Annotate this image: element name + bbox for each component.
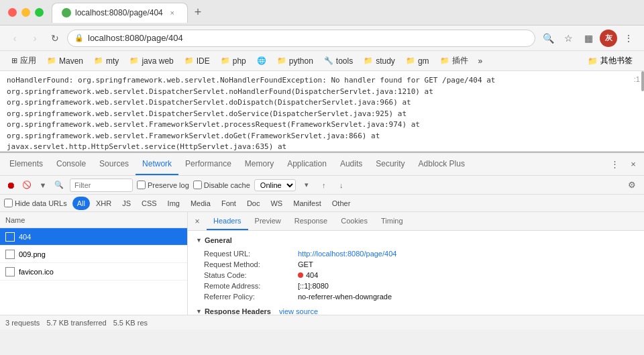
- bookmark-item-tools[interactable]: 🔧 tools: [319, 55, 358, 67]
- new-tab-button[interactable]: +: [188, 3, 209, 22]
- detail-tab-cookies[interactable]: Cookies: [334, 212, 374, 230]
- bookmark-item-javaweb[interactable]: 📁 java web: [125, 55, 178, 67]
- network-row-009png[interactable]: 009.png: [0, 246, 187, 263]
- type-filter-js[interactable]: JS: [117, 197, 136, 210]
- forward-button[interactable]: ›: [27, 30, 43, 46]
- bookmark-label-maven: Maven: [59, 56, 83, 66]
- upload-throttle-icon[interactable]: ▾: [300, 179, 313, 192]
- line-number-indicator: :1: [634, 74, 640, 85]
- devtools-tab-audits[interactable]: Audits: [333, 153, 369, 175]
- bookmarks-other-button[interactable]: 📁 其他书签: [583, 54, 637, 68]
- devtools-more-icon-button[interactable]: ⋮: [606, 156, 623, 172]
- remote-address-key: Remote Address:: [204, 282, 298, 290]
- qr-icon-button[interactable]: ▦: [580, 30, 597, 47]
- detail-tabs-bar: × Headers Preview Response Cookies Timin…: [188, 212, 644, 231]
- type-filter-css[interactable]: CSS: [137, 197, 162, 210]
- address-text: localhost:8080/page/404: [88, 33, 183, 43]
- devtools-tab-console[interactable]: Console: [50, 153, 93, 175]
- throttle-select[interactable]: Online: [254, 179, 296, 191]
- bookmark-item-ide[interactable]: 📁 IDE: [180, 55, 215, 67]
- detail-tab-timing[interactable]: Timing: [374, 212, 410, 230]
- maximize-window-button[interactable]: [35, 8, 44, 17]
- devtools-close-icon-button[interactable]: ×: [625, 156, 641, 172]
- request-url-value[interactable]: http://localhost:8080/page/404: [298, 250, 396, 258]
- detail-tab-response[interactable]: Response: [288, 212, 335, 230]
- detail-close-button[interactable]: ×: [191, 215, 204, 228]
- preserve-log-checkbox-label[interactable]: Preserve log: [137, 181, 189, 189]
- back-button[interactable]: ‹: [7, 30, 23, 46]
- devtools-tab-adblock[interactable]: Adblock Plus: [412, 153, 472, 175]
- devtools-status-bar: 3 requests 5.7 KB transferred 5.5 KB res: [0, 315, 644, 329]
- kb-transferred: 5.7 KB transferred: [46, 319, 106, 327]
- detail-tab-headers[interactable]: Headers: [207, 212, 248, 230]
- devtools-tab-performance[interactable]: Performance: [178, 153, 238, 175]
- reload-button[interactable]: ↻: [47, 30, 63, 46]
- bookmark-label-gm: gm: [418, 56, 429, 66]
- devtools-tab-security[interactable]: Security: [369, 153, 411, 175]
- more-options-icon-button[interactable]: ⋮: [620, 30, 637, 47]
- disable-cache-checkbox[interactable]: [193, 181, 202, 189]
- search-filter-button[interactable]: 🔍: [52, 179, 66, 192]
- bookmark-item-gm[interactable]: 📁 gm: [401, 55, 434, 67]
- folder-icon: 📁: [47, 56, 56, 65]
- devtools-filter-bar: ⏺ 🚫 ▼ 🔍 Preserve log Disable cache Onlin…: [0, 176, 644, 195]
- bookmarks-more-button[interactable]: »: [474, 55, 487, 67]
- address-bar[interactable]: 🔒 localhost:8080/page/404: [67, 30, 535, 47]
- devtools-tabs: Elements Console Sources Network Perform…: [3, 153, 606, 175]
- type-filter-ws[interactable]: WS: [266, 197, 287, 210]
- bookmark-item-maven[interactable]: 📁 Maven: [42, 55, 88, 67]
- filter-input[interactable]: [74, 181, 128, 189]
- record-button[interactable]: ⏺: [4, 179, 17, 192]
- folder-icon-gm: 📁: [406, 56, 415, 65]
- bookmark-item-plugins[interactable]: 📁 插件: [435, 54, 473, 68]
- devtools-tab-network[interactable]: Network: [136, 153, 178, 175]
- search-icon-button[interactable]: 🔍: [539, 30, 557, 47]
- bookmark-icon-button[interactable]: ☆: [559, 30, 577, 47]
- type-filter-font[interactable]: Font: [217, 197, 241, 210]
- active-tab[interactable]: localhost:8080/page/404 ×: [52, 3, 188, 23]
- devtools-tab-sources[interactable]: Sources: [93, 153, 136, 175]
- type-filter-other[interactable]: Other: [327, 197, 356, 210]
- filter-input-container[interactable]: [70, 179, 133, 192]
- bookmark-item-study[interactable]: 📁 study: [359, 55, 400, 67]
- type-filter-manifest[interactable]: Manifest: [288, 197, 326, 210]
- request-url-row: Request URL: http://localhost:8080/page/…: [196, 248, 636, 259]
- devtools-tab-elements[interactable]: Elements: [3, 153, 50, 175]
- export-icon-button[interactable]: ↓: [335, 179, 348, 192]
- bookmark-item-apps[interactable]: ⊞ 应用: [7, 54, 41, 68]
- view-source-link[interactable]: view source: [279, 307, 318, 315]
- clear-button[interactable]: 🚫: [20, 179, 34, 192]
- close-window-button[interactable]: [8, 8, 17, 17]
- devtools-tab-application[interactable]: Application: [280, 153, 333, 175]
- bookmark-item-python[interactable]: 📁 python: [272, 55, 318, 67]
- bookmark-item-php[interactable]: 📁 php: [216, 55, 251, 67]
- type-filter-all[interactable]: All: [72, 197, 90, 210]
- globe-icon: 🌐: [257, 56, 266, 65]
- stacktrace-line-6: org.springframework.web.servlet.Framewor…: [7, 131, 637, 152]
- type-filter-img[interactable]: Img: [163, 197, 184, 210]
- bookmark-label-study: study: [376, 56, 395, 66]
- tools-icon: 🔧: [324, 56, 333, 65]
- profile-button[interactable]: 灰: [600, 30, 617, 47]
- bookmark-item-globe[interactable]: 🌐: [252, 55, 271, 66]
- tab-close-button[interactable]: ×: [167, 7, 178, 18]
- tab-bar: localhost:8080/page/404 × +: [52, 3, 636, 23]
- import-icon-button[interactable]: ↑: [317, 179, 331, 192]
- devtools-tab-memory[interactable]: Memory: [238, 153, 280, 175]
- network-row-name-009png: 009.png: [19, 250, 182, 258]
- filter-toggle-button[interactable]: ▼: [36, 179, 50, 192]
- hide-data-urls-checkbox[interactable]: [4, 199, 13, 207]
- settings-icon-button[interactable]: ⚙: [624, 177, 640, 193]
- preserve-log-checkbox[interactable]: [137, 181, 146, 189]
- hide-data-urls-checkbox-label[interactable]: Hide data URLs: [4, 199, 67, 207]
- minimize-window-button[interactable]: [21, 8, 30, 17]
- response-headers-label: Response Headers: [205, 307, 271, 315]
- type-filter-xhr[interactable]: XHR: [91, 197, 116, 210]
- type-filter-media[interactable]: Media: [186, 197, 215, 210]
- type-filter-doc[interactable]: Doc: [242, 197, 265, 210]
- bookmark-item-mty[interactable]: 📁 mty: [89, 55, 123, 67]
- disable-cache-checkbox-label[interactable]: Disable cache: [193, 181, 250, 189]
- detail-tab-preview[interactable]: Preview: [248, 212, 288, 230]
- network-row-faviconico[interactable]: favicon.ico: [0, 263, 187, 281]
- network-row-404[interactable]: 404: [0, 228, 187, 246]
